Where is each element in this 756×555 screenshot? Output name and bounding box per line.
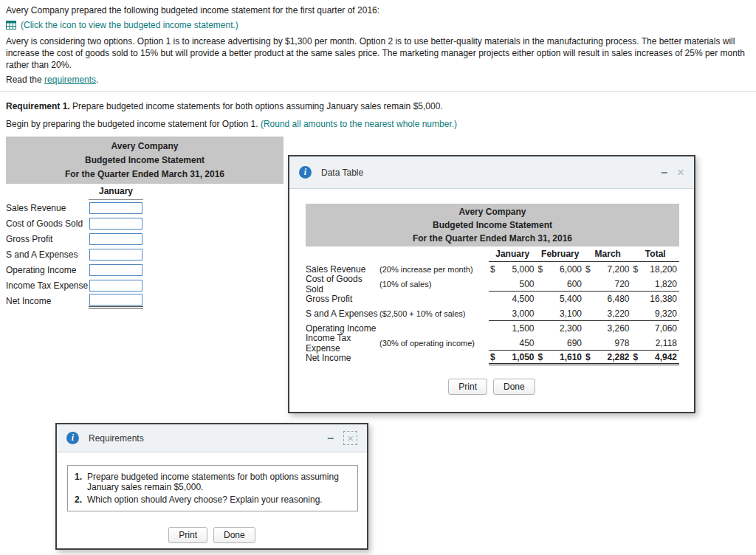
cell-value: 9,320 — [633, 308, 678, 319]
cell-value: 2,300 — [538, 323, 583, 334]
cell-value: 690 — [538, 338, 583, 348]
answer-period-title: For the Quarter Ended March 31, 2016 — [6, 168, 284, 182]
cell-value: 2,282 — [591, 352, 630, 362]
statement-table-icon[interactable] — [6, 21, 16, 30]
row-note: ($2,500 + 10% of sales) — [379, 309, 489, 318]
requirements-list: 1. Prepare budgeted income statements fo… — [67, 465, 358, 511]
cell-value: 720 — [585, 279, 630, 289]
table-period-title: For the Quarter Ended March 31, 2016 — [306, 232, 679, 245]
data-table-dialog: i Data Table – × Avery Company Budgeted … — [288, 155, 695, 413]
cell-value: 450 — [490, 338, 535, 348]
input-net-income[interactable] — [89, 294, 142, 306]
answer-column-january: January — [89, 184, 143, 200]
input-sales-revenue[interactable] — [89, 202, 142, 214]
close-icon[interactable]: × — [343, 431, 357, 445]
column-header-total: Total — [632, 247, 680, 262]
info-icon: i — [66, 432, 79, 444]
row-label: S and A Expenses — [6, 249, 89, 260]
row-label: Cost of Goods Sold — [6, 218, 89, 229]
item-text: Prepare budgeted income statements for b… — [87, 472, 351, 492]
page: Avery Company prepared the following bud… — [0, 0, 756, 555]
table-row-sa-expenses: S and A Expenses ($2,500 + 10% of sales)… — [306, 306, 679, 321]
row-label: Income Tax Expense — [6, 280, 89, 291]
table-row-gross-profit: Gross Profit 4,500 5,400 6,480 16,380 — [306, 292, 679, 306]
rounding-note: (Round all amounts to the nearest whole … — [261, 119, 457, 129]
info-icon: i — [299, 166, 312, 179]
requirement-1-line: Requirement 1. Prepare budgeted income s… — [6, 101, 749, 111]
cell-value: 1,610 — [543, 352, 582, 362]
cell-value: 3,100 — [538, 308, 583, 319]
data-table-dialog-body: Avery Company Budgeted Income Statement … — [289, 189, 694, 395]
row-label: Net Income — [6, 296, 89, 306]
view-statement-link[interactable]: (Click the icon to view the budgeted inc… — [21, 20, 238, 30]
row-label: Gross Profit — [306, 294, 379, 304]
begin-text: Begin by preparing the budgeted income s… — [6, 119, 261, 129]
divider — [0, 92, 756, 92]
currency-sign: $ — [490, 264, 495, 275]
minimize-icon[interactable]: – — [661, 167, 667, 179]
row-label: Gross Profit — [6, 234, 89, 244]
row-label: Sales Revenue — [306, 264, 379, 275]
row-label: Income Tax Expense — [306, 333, 379, 354]
print-button[interactable]: Print — [448, 379, 487, 395]
row-label: Sales Revenue — [6, 203, 89, 213]
print-button[interactable]: Print — [168, 527, 207, 543]
minimize-icon[interactable]: – — [327, 432, 334, 444]
done-button[interactable]: Done — [493, 379, 535, 395]
cell-value: 500 — [490, 279, 535, 289]
row-label: Net Income — [306, 353, 379, 363]
input-operating-income[interactable] — [89, 264, 142, 276]
read-prefix: Read the — [6, 75, 44, 85]
cell-value: 7,060 — [633, 323, 678, 334]
cell-value: 1,050 — [495, 352, 535, 362]
cell-value: 3,260 — [585, 323, 630, 334]
cell-value: 4,500 — [490, 294, 535, 304]
cell-value: 3,220 — [585, 308, 630, 319]
cell-value: 16,380 — [633, 294, 678, 304]
table-header: Avery Company Budgeted Income Statement … — [306, 204, 679, 247]
cell-value: 6,480 — [585, 294, 630, 304]
data-table-dialog-titlebar[interactable]: i Data Table – × — [289, 156, 694, 189]
cell-value: 18,200 — [638, 264, 677, 275]
item-text: Which option should Avery choose? Explai… — [87, 494, 351, 505]
requirements-dialog-titlebar[interactable]: i Requirements – × — [57, 424, 367, 452]
input-gross-profit[interactable] — [89, 233, 142, 245]
cell-value: 978 — [585, 338, 630, 348]
currency-sign: $ — [538, 352, 543, 362]
requirements-dialog-buttons: Print Done — [67, 527, 357, 543]
row-note: (20% increase per month) — [379, 265, 489, 274]
table-row-cogs: Cost of Goods Sold (10% of sales) 500 60… — [306, 277, 679, 292]
data-table-dialog-buttons: Print Done — [306, 379, 678, 395]
currency-sign: $ — [490, 352, 495, 362]
table-statement-title: Budgeted Income Statement — [306, 218, 679, 232]
cell-value: 6,000 — [543, 264, 582, 275]
input-sa-expenses[interactable] — [89, 249, 142, 261]
table-company-title: Avery Company — [306, 205, 679, 218]
requirement-item-2: 2. Which option should Avery choose? Exp… — [75, 494, 351, 505]
close-icon[interactable]: × — [677, 166, 684, 179]
table-column-headers: January February March Total — [306, 247, 679, 262]
currency-sign: $ — [585, 264, 591, 275]
read-requirements-line: Read the requirements. — [6, 75, 749, 85]
requirement-item-1: 1. Prepare budgeted income statements fo… — [75, 472, 351, 492]
input-income-tax-expense[interactable] — [89, 280, 142, 292]
done-button[interactable]: Done — [213, 527, 255, 543]
cell-value: 7,200 — [591, 264, 630, 275]
requirements-link[interactable]: requirements — [44, 75, 96, 85]
requirements-dialog-body: 1. Prepare budgeted income statements fo… — [57, 452, 367, 543]
currency-sign: $ — [585, 352, 591, 362]
item-number: 2. — [75, 494, 87, 505]
column-header-february: February — [537, 247, 585, 262]
input-cost-of-goods-sold[interactable] — [89, 218, 142, 230]
begin-line: Begin by preparing the budgeted income s… — [6, 119, 749, 129]
cell-value: 1,820 — [633, 279, 678, 289]
cell-value: 2,118 — [633, 338, 678, 348]
problem-paragraph: Avery is considering two options. Option… — [6, 35, 748, 71]
row-label: S and A Expenses — [306, 308, 379, 319]
requirements-dialog-title: Requirements — [89, 433, 144, 444]
row-label: Cost of Goods Sold — [306, 274, 379, 294]
requirement-1-text: Prepare budgeted income statements for b… — [70, 101, 443, 111]
data-table-dialog-title: Data Table — [321, 168, 363, 178]
row-label: Operating Income — [6, 265, 89, 275]
column-header-january: January — [489, 247, 537, 262]
